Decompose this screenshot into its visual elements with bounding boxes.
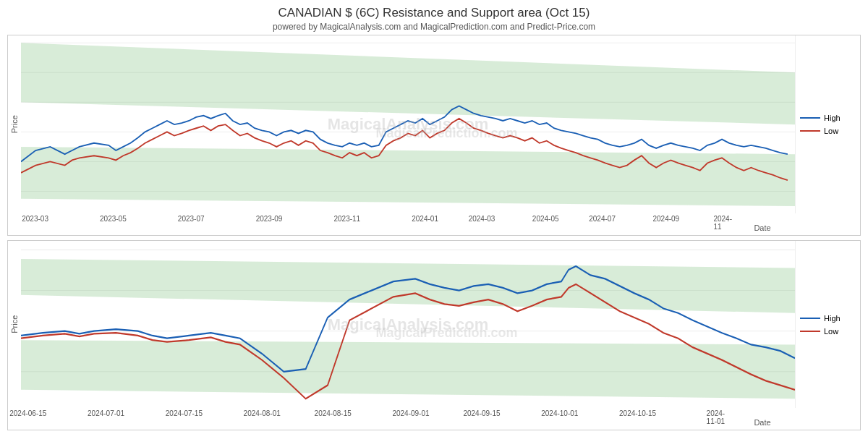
- chart1-y-label: Price: [8, 35, 21, 213]
- chart1-x-axis-row: 2023-03 2023-05 2023-07 2023-09 2023-11 …: [8, 213, 860, 235]
- chart2-x-labels: 2024-06-15 2024-07-01 2024-07-15 2024-08…: [21, 408, 730, 430]
- chart1-svg: 0.77 0.76 0.75 0.74 0.73 0.72: [21, 35, 795, 213]
- x-label-2023-09: 2023-09: [256, 215, 283, 223]
- page-container: CANADIAN $ (6C) Resistance and Support a…: [0, 0, 868, 434]
- x-label-2024-10-01: 2024-10-01: [541, 409, 578, 417]
- x-label-2024-07-15: 2024-07-15: [166, 409, 203, 417]
- chart1-x-axis-title: Date: [730, 213, 795, 235]
- chart2-main-row: Price 0.75 0.74 0.73 0.72: [8, 241, 860, 408]
- chart2-legend-low: Low: [800, 327, 838, 336]
- x-label-2024-01: 2024-01: [412, 215, 438, 223]
- chart2-x-axis-row: 2024-06-15 2024-07-01 2024-07-15 2024-08…: [8, 408, 860, 430]
- x-label-2023-05: 2023-05: [100, 215, 127, 223]
- chart1-high-label: High: [824, 114, 841, 122]
- x-label-2024-05: 2024-05: [532, 215, 559, 223]
- chart1-legend-low: Low: [800, 127, 838, 135]
- x-label-2023-11: 2023-11: [333, 215, 360, 223]
- chart2-high-line: [800, 318, 820, 319]
- x-label-2024-11-01: 2024-11-01: [707, 409, 726, 425]
- x-label-2024-11: 2024-11: [713, 215, 732, 231]
- svg-marker-12: [21, 43, 795, 124]
- subtitle: powered by MagicalAnalysis.com and Magic…: [0, 22, 868, 35]
- chart1-low-line: [800, 130, 820, 132]
- chart2-svg: 0.75 0.74 0.73 0.72: [21, 241, 795, 408]
- x-label-2024-09: 2024-09: [652, 215, 679, 223]
- x-label-2024-08-15: 2024-08-15: [315, 409, 352, 417]
- chart1-high-line: [800, 117, 820, 119]
- chart1-legend: High Low: [795, 35, 860, 213]
- chart2-high-label: High: [824, 314, 841, 323]
- chart2-area: 0.75 0.74 0.73 0.72 Magi: [21, 241, 795, 408]
- x-label-2024-08-01: 2024-08-01: [244, 409, 281, 417]
- chart1-area: 0.77 0.76 0.75 0.74 0.73 0.72: [21, 35, 795, 213]
- x-label-2024-07: 2024-07: [589, 215, 616, 223]
- chart1-legend-high: High: [800, 114, 841, 122]
- chart2-low-line: [800, 331, 820, 332]
- chart1-container: Price 0.77 0.76: [7, 35, 861, 236]
- chart2-x-axis-title: Date: [730, 408, 795, 430]
- x-label-2024-09-15: 2024-09-15: [463, 409, 500, 417]
- chart1-main-row: Price 0.77 0.76: [8, 35, 860, 213]
- svg-marker-22: [21, 259, 795, 313]
- x-label-2023-03: 2023-03: [22, 215, 48, 223]
- main-title: CANADIAN $ (6C) Resistance and Support a…: [0, 0, 868, 22]
- charts-wrapper: Price 0.77 0.76: [0, 35, 868, 434]
- x-label-2024-09-01: 2024-09-01: [392, 409, 429, 417]
- chart2-legend-high: High: [800, 314, 841, 323]
- chart1-x-labels: 2023-03 2023-05 2023-07 2023-09 2023-11 …: [21, 213, 730, 235]
- x-label-2024-06-15: 2024-06-15: [9, 409, 46, 417]
- chart1-inner: Price 0.77 0.76: [8, 35, 860, 235]
- x-label-2024-10-15: 2024-10-15: [619, 409, 656, 417]
- x-label-2024-03: 2024-03: [469, 215, 495, 223]
- x-label-2024-07-01: 2024-07-01: [88, 409, 124, 417]
- x-label-2023-07: 2023-07: [178, 215, 205, 223]
- chart1-low-label: Low: [824, 127, 838, 135]
- chart2-low-label: Low: [824, 327, 838, 336]
- svg-marker-23: [21, 340, 795, 399]
- chart2-container: Price 0.75 0.74 0.73 0.72: [7, 240, 861, 430]
- chart2-inner: Price 0.75 0.74 0.73 0.72: [8, 241, 860, 430]
- chart2-legend: High Low: [795, 241, 860, 408]
- chart2-y-label: Price: [8, 241, 21, 408]
- svg-marker-13: [21, 147, 795, 206]
